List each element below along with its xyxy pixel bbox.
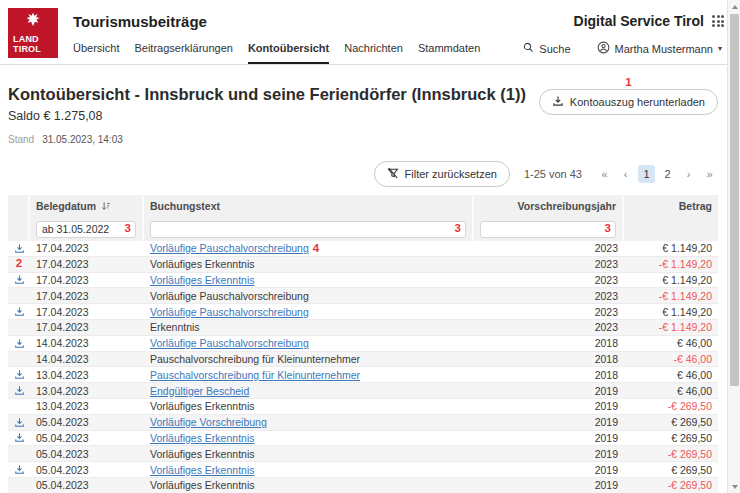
row-text-cell: Vorläufiges Erkenntnis	[144, 400, 474, 412]
filter-jahr-input[interactable]	[480, 221, 616, 238]
callout-3a: 3	[125, 223, 131, 235]
row-text-cell: Vorläufige Pauschalvorschreibung	[144, 306, 474, 318]
table-row: 17.04.2023Vorläufige Pauschalvorschreibu…	[8, 288, 718, 304]
scrollbar-thumb[interactable]	[730, 14, 739, 386]
row-download-icon[interactable]	[14, 432, 25, 443]
table-row: 13.04.2023Vorläufiges Erkenntnis2019-€ 2…	[8, 399, 718, 415]
search-button[interactable]: Suche	[523, 42, 570, 55]
main-nav: ÜbersichtBeitragserklärungenKontoübersic…	[73, 42, 480, 64]
header-vorschreibungsjahr: Vorschreibungsjahr	[474, 195, 624, 216]
page-scrollbar[interactable]	[727, 0, 740, 493]
row-year: 2023	[474, 242, 624, 254]
tab-beitragserklrungen[interactable]: Beitragserklärungen	[134, 42, 232, 64]
row-download-icon[interactable]	[14, 385, 25, 396]
row-amount: € 269,50	[624, 416, 718, 428]
row-amount: € 46,00	[624, 369, 718, 381]
row-year: 2019	[474, 400, 624, 412]
account-table: Belegdatum Buchungstext Vorschreibungsja…	[8, 195, 718, 493]
sort-icon[interactable]	[101, 201, 111, 211]
download-statement-button[interactable]: Kontoauszug herunterladen	[539, 89, 718, 115]
filter-belegdatum-input[interactable]	[36, 221, 136, 238]
callout-1: 1	[625, 77, 631, 89]
row-booking-text: Vorläufiges Erkenntnis	[150, 258, 254, 270]
row-date: 05.04.2023	[30, 448, 144, 460]
row-booking-link[interactable]: Vorläufiges Erkenntnis	[150, 274, 254, 286]
pagination-first-icon[interactable]: «	[596, 165, 613, 183]
table-row: 14.04.2023Vorläufige Pauschalvorschreibu…	[8, 336, 718, 352]
row-year: 2023	[474, 321, 624, 333]
filter-buchungstext-input[interactable]	[150, 221, 466, 238]
row-date: 17.04.2023	[30, 274, 144, 286]
row-year: 2019	[474, 385, 624, 397]
row-booking-link[interactable]: Vorläufiges Erkenntnis	[150, 432, 254, 444]
app-switcher-icon[interactable]	[712, 15, 724, 27]
row-download-icon[interactable]	[14, 464, 25, 475]
land-tirol-logo[interactable]: LAND TIROL	[8, 8, 58, 58]
row-download-icon[interactable]	[14, 417, 25, 428]
reset-filter-button[interactable]: Filter zurücksetzen	[374, 161, 510, 187]
tab-nachrichten[interactable]: Nachrichten	[344, 42, 403, 64]
row-download-icon[interactable]	[14, 369, 25, 380]
row-year: 2018	[474, 353, 624, 365]
row-amount: € 1.149,20	[624, 274, 718, 286]
tab-kontobersicht[interactable]: Kontoübersicht	[248, 42, 329, 64]
row-booking-link[interactable]: Endgültiger Bescheid	[150, 385, 249, 397]
download-statement-label: Kontoauszug herunterladen	[570, 96, 705, 108]
row-booking-link[interactable]: Vorläufige Pauschalvorschreibung	[150, 306, 309, 318]
row-booking-text: Vorläufige Pauschalvorschreibung	[150, 290, 309, 302]
row-download-icon[interactable]	[14, 306, 25, 317]
row-date: 13.04.2023	[30, 369, 144, 381]
table-row: 13.04.2023Pauschalvorschreibung für Klei…	[8, 367, 718, 383]
row-booking-link[interactable]: Vorläufige Vorschreibung	[150, 416, 267, 428]
row-booking-link[interactable]: Vorläufige Pauschalvorschreibung	[150, 242, 309, 254]
header-belegdatum[interactable]: Belegdatum	[30, 195, 144, 216]
row-amount: € 1.149,20	[624, 242, 718, 254]
row-text-cell: Vorläufige Pauschalvorschreibung	[144, 337, 474, 349]
row-year: 2018	[474, 337, 624, 349]
stand-value: 31.05.2023, 14:03	[42, 134, 123, 145]
table-row: 05.04.2023Vorläufiges Erkenntnis2019-€ 2…	[8, 478, 718, 493]
row-download-icon[interactable]	[14, 274, 25, 285]
row-icon-cell	[8, 464, 30, 475]
user-menu[interactable]: Martha Mustermann ▾	[597, 41, 722, 56]
row-date: 17.04.2023	[30, 242, 144, 254]
tab-stammdaten[interactable]: Stammdaten	[418, 42, 480, 64]
row-date: 17.04.2023	[30, 306, 144, 318]
pagination-page-2[interactable]: 2	[659, 165, 676, 183]
pagination-prev-icon[interactable]: ‹	[617, 165, 634, 183]
row-year: 2019	[474, 464, 624, 476]
table-row: 17.04.2023Erkenntnis2023-€ 1.149,20	[8, 320, 718, 336]
row-year: 2023	[474, 274, 624, 286]
row-booking-link[interactable]: Vorläufige Pauschalvorschreibung	[150, 337, 309, 349]
row-date: 05.04.2023	[30, 432, 144, 444]
header-buchungstext: Buchungstext	[144, 195, 474, 216]
row-booking-text: Vorläufiges Erkenntnis	[150, 479, 254, 491]
pagination-last-icon[interactable]: »	[701, 165, 718, 183]
row-booking-link[interactable]: Vorläufiges Erkenntnis	[150, 464, 254, 476]
table-body: 17.04.2023Vorläufige Pauschalvorschreibu…	[8, 241, 718, 493]
row-date: 17.04.2023	[30, 290, 144, 302]
row-download-icon[interactable]	[14, 243, 25, 254]
callout-3b: 3	[455, 223, 461, 235]
tab-bersicht[interactable]: Übersicht	[73, 42, 119, 64]
scrollbar-up-icon[interactable]	[728, 0, 740, 13]
row-booking-text: Pauschalvorschreibung für Kleinunternehm…	[150, 353, 360, 365]
row-download-icon[interactable]	[14, 338, 25, 349]
table-row: 217.04.2023Vorläufiges Erkenntnis2023-€ …	[8, 257, 718, 273]
row-icon-cell	[8, 369, 30, 380]
row-icon-cell	[8, 432, 30, 443]
row-amount: -€ 1.149,20	[624, 321, 718, 333]
scrollbar-down-icon[interactable]	[728, 480, 740, 493]
table-row: 05.04.2023Vorläufige Vorschreibung2019€ …	[8, 415, 718, 431]
row-text-cell: Pauschalvorschreibung für Kleinunternehm…	[144, 369, 474, 381]
row-icon-cell	[8, 243, 30, 254]
filter-icon-column	[8, 216, 30, 241]
row-booking-link[interactable]: Pauschalvorschreibung für Kleinunternehm…	[150, 369, 360, 381]
pagination-page-1[interactable]: 1	[638, 165, 655, 183]
row-amount: € 46,00	[624, 337, 718, 349]
row-year: 2023	[474, 306, 624, 318]
row-booking-text: Vorläufiges Erkenntnis	[150, 448, 254, 460]
row-amount: -€ 269,50	[624, 400, 718, 412]
pagination-next-icon[interactable]: ›	[680, 165, 697, 183]
row-year: 2019	[474, 479, 624, 491]
